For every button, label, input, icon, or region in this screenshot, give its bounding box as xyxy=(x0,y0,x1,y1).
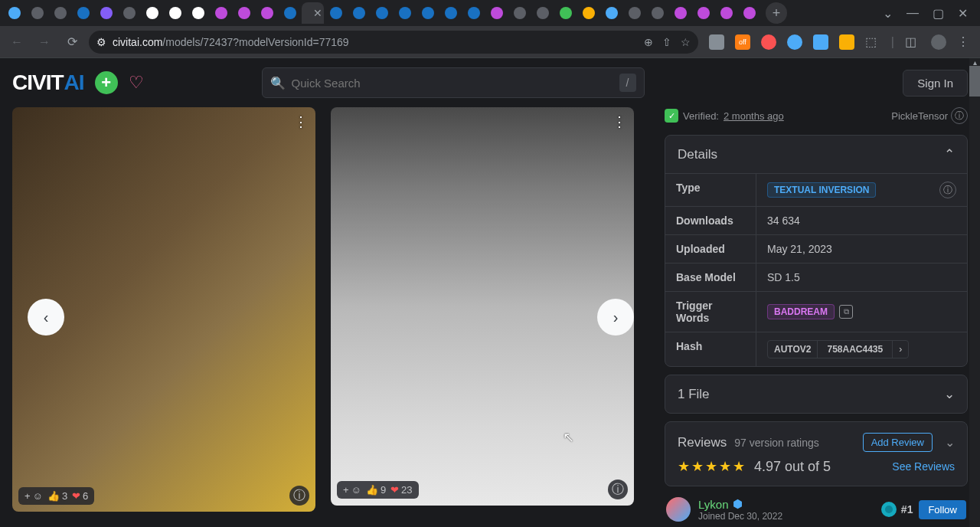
add-button[interactable]: + xyxy=(95,71,118,94)
close-icon[interactable]: ✕ xyxy=(313,7,322,19)
search-shortcut: / xyxy=(619,74,636,92)
rank-badge: #1 xyxy=(880,500,913,519)
search-input[interactable] xyxy=(292,77,613,90)
url-bar: ← → ⟳ ⚙ civitai.com/models/72437?modelVe… xyxy=(0,26,980,58)
image-info-icon[interactable]: ⓘ xyxy=(289,486,309,506)
reaction-bar: +☺ 👍9 ❤23 xyxy=(337,481,419,499)
browser-tab[interactable] xyxy=(416,2,439,24)
avatar[interactable] xyxy=(666,497,691,522)
hash-value[interactable]: 758AAC4435 xyxy=(818,341,892,358)
browser-tab[interactable] xyxy=(348,2,370,24)
see-reviews-link[interactable]: See Reviews xyxy=(892,460,955,473)
carousel-prev-button[interactable]: ‹ xyxy=(28,299,64,336)
url-field[interactable]: ⚙ civitai.com/models/72437?modelVersionI… xyxy=(89,31,698,54)
author-name-link[interactable]: Lykon xyxy=(698,498,728,511)
profile-icon[interactable] xyxy=(931,34,946,50)
browser-tab[interactable] xyxy=(577,2,599,24)
browser-tab[interactable] xyxy=(256,2,278,24)
browser-tab[interactable] xyxy=(439,2,462,24)
extension-icon[interactable] xyxy=(839,34,854,50)
browser-tab-active[interactable]: ✕ xyxy=(302,2,324,24)
search-bar[interactable]: 🔍 / xyxy=(262,67,645,98)
verified-time-link[interactable]: 2 months ago xyxy=(724,110,784,122)
site-info-icon[interactable]: ⚙ xyxy=(96,36,106,48)
browser-tab[interactable] xyxy=(279,2,301,24)
extension-icon[interactable]: off xyxy=(735,34,750,50)
browser-tab[interactable] xyxy=(623,2,645,24)
gallery-image-card[interactable]: ⋮ +☺ 👍9 ❤23 ⓘ xyxy=(331,107,634,506)
browser-tab[interactable] xyxy=(508,2,531,24)
nav-reload[interactable]: ⟳ xyxy=(61,31,83,53)
info-icon[interactable]: ⓘ xyxy=(951,107,968,124)
browser-tab[interactable] xyxy=(26,2,48,24)
thumb-reaction[interactable]: 👍3 xyxy=(47,490,67,502)
browser-tab[interactable] xyxy=(72,2,94,24)
copy-icon[interactable]: ⧉ xyxy=(839,305,853,319)
browser-tab[interactable] xyxy=(371,2,393,24)
signin-button[interactable]: Sign In xyxy=(903,70,968,97)
browser-tab[interactable] xyxy=(554,2,577,24)
image-info-icon[interactable]: ⓘ xyxy=(608,480,628,499)
tab-overflow-icon[interactable]: ⌄ xyxy=(883,6,893,21)
browser-tab[interactable] xyxy=(462,2,485,24)
heart-reaction[interactable]: ❤23 xyxy=(390,484,412,496)
nav-forward[interactable]: → xyxy=(34,31,55,53)
scrollbar-thumb[interactable] xyxy=(969,66,980,97)
window-minimize[interactable]: — xyxy=(906,6,919,21)
window-close[interactable]: ✕ xyxy=(958,6,968,21)
sidepanel-icon[interactable]: ◫ xyxy=(905,34,920,50)
browser-tab[interactable] xyxy=(715,2,737,24)
browser-tab[interactable] xyxy=(95,2,117,24)
window-maximize[interactable]: ▢ xyxy=(933,6,944,21)
image-more-icon[interactable]: ⋮ xyxy=(294,113,308,130)
browser-tab[interactable] xyxy=(49,2,71,24)
favorites-button[interactable]: ♡ xyxy=(129,73,144,93)
add-review-button[interactable]: Add Review xyxy=(863,433,933,452)
browser-tab[interactable] xyxy=(3,2,25,24)
trigger-word-badge[interactable]: BADDREAM xyxy=(767,304,835,319)
bookmark-icon[interactable]: ☆ xyxy=(681,36,691,48)
nav-back[interactable]: ← xyxy=(6,31,28,53)
browser-tab[interactable] xyxy=(646,2,668,24)
browser-tab[interactable] xyxy=(325,2,347,24)
carousel-next-button[interactable]: › xyxy=(597,299,634,336)
browser-tab[interactable] xyxy=(600,2,622,24)
tab-strip: ✕ + ⌄ — ▢ ✕ xyxy=(0,0,980,26)
browser-tab[interactable] xyxy=(187,2,209,24)
browser-tab[interactable] xyxy=(738,2,760,24)
info-icon[interactable]: ⓘ xyxy=(939,182,956,198)
details-header[interactable]: Details ⌃ xyxy=(665,136,967,173)
follow-button[interactable]: Follow xyxy=(919,500,966,519)
thumb-reaction[interactable]: 👍9 xyxy=(366,484,386,496)
browser-menu-icon[interactable]: ⋮ xyxy=(957,34,969,49)
browser-tab[interactable] xyxy=(233,2,255,24)
image-more-icon[interactable]: ⋮ xyxy=(612,113,626,130)
chevron-down-icon[interactable]: ⌄ xyxy=(945,435,955,450)
install-pwa-icon[interactable]: ⊕ xyxy=(644,36,653,48)
add-reaction-button[interactable]: +☺ xyxy=(24,490,43,502)
extension-icon[interactable] xyxy=(787,34,802,50)
browser-tab[interactable] xyxy=(141,2,163,24)
logo[interactable]: CIVITAI xyxy=(12,70,84,95)
extension-icon[interactable] xyxy=(813,34,828,50)
scroll-up-icon[interactable]: ▴ xyxy=(969,58,980,66)
share-icon[interactable]: ⇧ xyxy=(662,36,671,48)
files-header[interactable]: 1 File ⌄ xyxy=(665,375,967,413)
page-scrollbar[interactable]: ▴ xyxy=(969,58,980,527)
browser-tab[interactable] xyxy=(692,2,714,24)
extension-icon[interactable] xyxy=(709,34,724,50)
browser-tab[interactable] xyxy=(669,2,691,24)
new-tab-button[interactable]: + xyxy=(766,2,787,24)
browser-tab[interactable] xyxy=(210,2,232,24)
reviews-panel: Reviews 97 version ratings Add Review ⌄ … xyxy=(665,421,968,486)
heart-reaction[interactable]: ❤6 xyxy=(72,490,88,502)
browser-tab[interactable] xyxy=(164,2,186,24)
extension-icon[interactable] xyxy=(761,34,776,50)
browser-tab[interactable] xyxy=(394,2,416,24)
browser-tab[interactable] xyxy=(118,2,140,24)
add-reaction-button[interactable]: +☺ xyxy=(343,484,361,496)
browser-tab[interactable] xyxy=(485,2,508,24)
browser-tab[interactable] xyxy=(531,2,554,24)
extensions-menu-icon[interactable]: ⬚ xyxy=(865,34,880,50)
hash-expand-icon[interactable]: › xyxy=(892,341,908,358)
